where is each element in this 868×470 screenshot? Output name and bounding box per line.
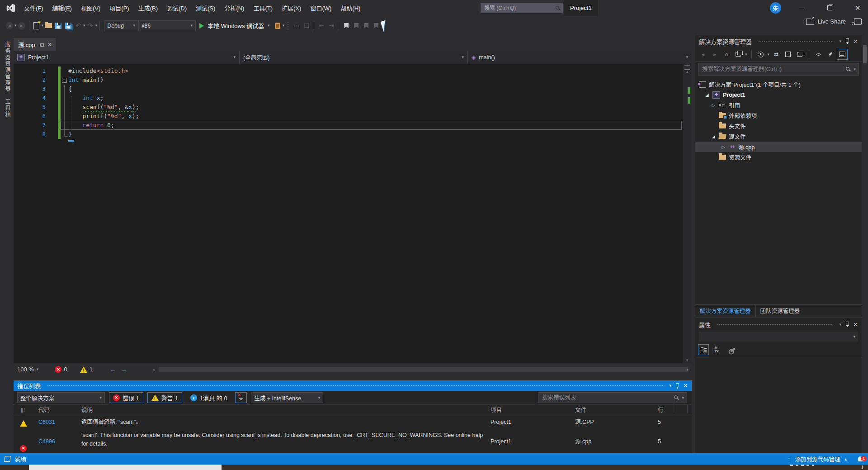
find-in-files-button[interactable]: ▭ [292,20,302,31]
solution-explorer-title-bar[interactable]: 解决方案资源管理器 ▾ ✕ [695,35,862,47]
restore-button[interactable] [819,0,840,16]
code-column-header[interactable]: 代码 [38,405,79,416]
editor-horizontal-scrollbar[interactable]: ◂ ▸ [159,367,688,372]
preview-selected-items-toggle[interactable] [837,49,848,60]
tree-item-source-cpp[interactable]: ▷ ++ 源.cpp [695,142,862,152]
column-divider[interactable] [687,405,688,413]
expander-expanded-icon[interactable]: ◢ [711,134,716,139]
window-position-icon[interactable]: ▾ [670,384,672,388]
menu-extensions[interactable]: 扩展(X) [278,2,305,14]
tree-item-source-files[interactable]: ◢ 源文件 [695,131,862,142]
open-file-button[interactable] [43,20,53,31]
code-line[interactable]: 8} [14,130,683,139]
error-code-link[interactable]: C4996 [38,429,79,454]
chevron-down-icon[interactable]: ▾ [854,67,856,71]
nav-project-dropdown[interactable]: ✚ Project1 ▾ [14,51,240,64]
tree-item-resource-files[interactable]: 资源文件 [695,152,862,162]
warnings-filter-toggle[interactable]: 警告 1 [147,392,182,403]
window-position-icon[interactable]: ▾ [840,323,842,327]
save-button[interactable] [53,20,63,31]
chevron-down-icon[interactable]: ▾ [768,52,770,57]
tab-team-explorer[interactable]: 团队资源管理器 [756,304,805,317]
expander-collapsed-icon[interactable]: ▷ [711,103,716,108]
menu-analyze[interactable]: 分析(N) [220,2,248,14]
errors-filter-toggle[interactable]: ✕错误 1 [109,392,143,403]
categorized-view-toggle[interactable] [698,344,709,355]
error-row-c6031[interactable]: C6031 返回值被忽略: “scanf”。 Project1 源.CPP 5 [14,416,692,429]
tree-item-solution[interactable]: 解决方案“Project1”(1 个项目/共 1 个) [695,79,862,90]
chevron-down-icon[interactable]: ▾ [283,24,285,28]
alphabetical-sort-button[interactable]: AZ▾ [712,345,722,355]
error-code-link[interactable]: C6031 [38,416,79,429]
pending-changes-filter-button[interactable] [756,49,766,59]
menu-test[interactable]: 测试(S) [192,2,219,14]
tree-item-external-dependencies[interactable]: 外部依赖项 [695,110,862,121]
attach-to-process-button[interactable] [273,20,283,31]
menu-project[interactable]: 项目(P) [105,2,133,14]
chevron-down-icon[interactable]: ▾ [745,52,747,57]
menu-edit[interactable]: 编辑(E) [48,2,76,14]
chevron-down-icon[interactable]: ▾ [268,24,270,28]
notifications-bell-icon[interactable]: 1 [858,456,863,462]
nav-scope-dropdown[interactable]: (全局范围) ▾ [240,51,468,64]
pin-icon[interactable] [675,383,679,389]
property-pages-button[interactable] [728,345,738,355]
configuration-dropdown[interactable]: Debug▾ [104,20,138,31]
sidebar-tab-toolbox[interactable]: 工具箱 [4,99,11,118]
tab-solution-explorer[interactable]: 解决方案资源管理器 [695,304,756,317]
home-button[interactable]: ⌂ [722,49,731,59]
navigate-forward-button[interactable]: ▸ [17,20,27,31]
new-project-button[interactable] [32,20,42,31]
minimize-button[interactable] [791,0,812,16]
file-column-header[interactable]: 文件 [575,405,654,416]
error-list-title-bar[interactable]: 错误列表 ▾ ✕ [14,380,692,391]
solution-explorer-search-box[interactable]: ▾ [698,63,859,76]
close-button[interactable]: ✕ [847,0,868,16]
panel-splitter[interactable] [14,375,692,380]
menu-view[interactable]: 视图(V) [77,2,104,14]
editor-error-count[interactable]: ✕0 [55,366,67,373]
document-tab-source-cpp[interactable]: 源.cpp ✕ [14,38,56,51]
scroll-left-icon[interactable]: ◂ [152,367,155,372]
properties-object-dropdown[interactable]: ▾ [699,332,858,342]
menu-window[interactable]: 窗口(W) [306,2,335,14]
scroll-down-icon[interactable]: ▾ [683,358,692,362]
toolbar-grip[interactable] [287,22,289,30]
column-divider[interactable] [676,405,676,413]
close-panel-icon[interactable]: ✕ [853,321,858,328]
live-share-button[interactable]: Live Share [806,18,846,25]
code-line[interactable]: 5 scanf("%d", &x); [14,103,683,112]
properties-button[interactable] [825,49,835,59]
save-all-button[interactable] [63,20,73,31]
code-line[interactable]: 3{ [14,85,683,94]
severity-column-header[interactable]: ❚! [20,405,33,416]
zoom-dropdown[interactable]: 100 %▾ [17,366,38,373]
chevron-down-icon[interactable]: ▾ [95,24,98,28]
pin-icon[interactable] [39,42,44,47]
code-line[interactable]: 2int main() [14,76,683,85]
quick-search-box[interactable] [481,3,563,13]
chevron-down-icon[interactable]: ▾ [682,396,684,400]
clear-bookmarks-button[interactable] [371,20,381,31]
close-tab-icon[interactable]: ✕ [47,42,52,47]
code-line[interactable]: 4 int x; [14,94,683,103]
tree-item-project1[interactable]: ◢ ✚ Project1 [695,90,862,100]
background-tasks-icon[interactable] [4,456,10,462]
chevron-up-icon[interactable]: ▴ [844,457,847,461]
code-line[interactable]: 7 return 0; [14,121,683,130]
code-editor[interactable]: 1#include<stdio.h>2int main()3{4 int x;5… [14,64,683,363]
add-to-source-control-button[interactable]: 添加到源代码管理 [795,455,840,463]
platform-dropdown[interactable]: x86▾ [138,20,196,31]
feedback-icon[interactable] [854,18,862,25]
code-line[interactable]: 1#include<stdio.h> [14,66,683,76]
error-list-search-box[interactable]: ▾ [538,392,687,403]
window-position-icon[interactable]: ▾ [840,39,842,43]
editor-vertical-scrollbar[interactable]: ▴ ▾ [683,64,692,363]
decrease-indent-button[interactable]: ⇤ [316,20,326,31]
menu-file[interactable]: 文件(F) [20,2,47,14]
fold-collapse-icon[interactable] [62,78,67,83]
filter-button[interactable] [235,392,247,403]
error-scope-dropdown[interactable]: 整个解决方案▾ [17,392,105,403]
show-all-files-button[interactable] [795,49,805,59]
expander-collapsed-icon[interactable]: ▷ [721,145,726,149]
